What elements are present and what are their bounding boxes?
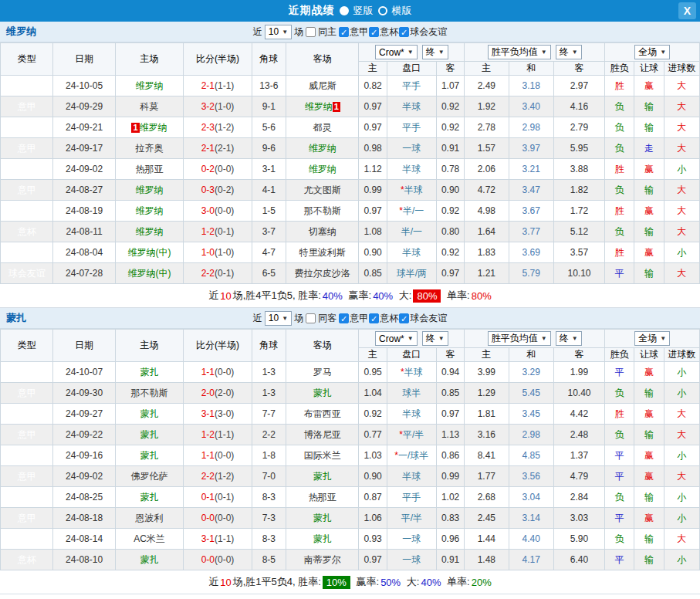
handicap-line: 半球: [404, 367, 423, 377]
team-label: 费拉尔皮沙洛: [295, 268, 350, 279]
league-checkbox[interactable]: ✓: [369, 313, 379, 323]
summary-near: 近: [208, 289, 218, 303]
handicap-line: 平手: [402, 80, 421, 91]
league-type-cell: 意甲: [1, 383, 53, 404]
avg-away-cell: 1.82: [553, 180, 604, 201]
full-score: 2-2: [201, 268, 215, 279]
full-score: 1-1: [201, 367, 215, 377]
corner-cell: 7-3: [252, 508, 286, 529]
full-score: 0-2: [201, 164, 215, 174]
league-filters: ✓意甲✓意杯✓球会友谊: [339, 312, 447, 325]
away-team-cell: 特里波利斯: [286, 242, 359, 263]
avg-draw-cell: 3.69: [509, 242, 553, 263]
league-type-cell: 球会友谊: [1, 529, 53, 550]
avg-away-cell: 3.88: [553, 159, 604, 180]
avg-draw-cell: 3.04: [509, 487, 553, 508]
date-cell: 24-08-19: [53, 201, 115, 222]
same-away-checkbox[interactable]: [306, 313, 316, 323]
away-team-cell: 南蒂罗尔: [286, 550, 359, 570]
full-score: 0-1: [201, 492, 215, 503]
handicap-away-odds-cell: 0.91: [437, 550, 465, 570]
odds-time-select[interactable]: 终▼: [422, 331, 448, 346]
chevron-down-icon: ▼: [438, 49, 445, 56]
wdl-result-cell: 平: [605, 508, 634, 529]
red-card-badge: 1: [131, 123, 139, 133]
same-home-checkbox[interactable]: [306, 27, 316, 37]
avg-time-select[interactable]: 终▼: [556, 45, 582, 59]
league-checkbox[interactable]: ✓: [339, 27, 349, 37]
score-cell: 3-2(1-0): [184, 96, 252, 117]
avg-draw-cell: 5.79: [509, 263, 553, 284]
avg-home-cell: 1.44: [465, 529, 509, 550]
home-team-cell: 佛罗伦萨: [115, 466, 183, 487]
vertical-layout-radio[interactable]: [340, 6, 349, 15]
handicap-away-odds-cell: 1.07: [437, 76, 465, 96]
handicap-home-odds-cell: 0.99: [359, 180, 387, 201]
wdl-result-cell: 胜: [605, 76, 634, 96]
wdl-result-cell: 胜: [605, 404, 634, 425]
league-checkbox[interactable]: ✓: [369, 27, 379, 37]
goals-result-cell: 小: [664, 362, 699, 383]
horizontal-layout-radio[interactable]: [378, 6, 387, 15]
team-label: 维罗纳: [140, 122, 167, 133]
sub-h: 主: [465, 348, 509, 362]
summary-big-label: 大:: [399, 289, 412, 303]
odds-company-select[interactable]: Crow*▼: [375, 45, 418, 59]
handicap-line-cell: *平/半: [387, 425, 436, 445]
avg-away-cell: 1.72: [553, 201, 604, 222]
date-cell: 24-08-25: [53, 487, 115, 508]
away-team-cell: 罗马: [286, 362, 359, 383]
chevron-down-icon: ▼: [407, 49, 414, 56]
handicap-line: 平/半: [401, 513, 422, 523]
scope-select[interactable]: 全场▼: [634, 45, 670, 59]
league-checkbox[interactable]: ✓: [399, 313, 409, 323]
league-type-cell: 意甲: [1, 425, 53, 445]
away-team-cell: 蒙扎: [286, 383, 359, 404]
league-label: 球会友谊: [410, 25, 447, 39]
handicap-line-cell: 半球: [387, 404, 436, 425]
league-checkbox[interactable]: ✓: [339, 313, 349, 323]
matches-count-select[interactable]: 10▼: [265, 311, 292, 326]
score-cell: 2-1(1-1): [184, 76, 252, 96]
goals-result-cell: 大: [664, 263, 699, 284]
half-score: (3-0): [215, 408, 234, 419]
team-label: 维罗纳(中): [128, 268, 171, 279]
handicap-line: 半球: [404, 184, 423, 195]
away-team-cell: 蒙扎: [286, 508, 359, 529]
team-label: 都灵: [313, 122, 332, 133]
team-label: 热那亚: [136, 164, 164, 174]
team-label: 布雷西亚: [304, 408, 341, 419]
chevron-down-icon: ▼: [541, 49, 547, 56]
odds-company-select[interactable]: Crow*▼: [375, 331, 418, 346]
summary-big-label: 大:: [407, 575, 420, 589]
odds-time-select[interactable]: 终▼: [422, 45, 448, 59]
avg-select[interactable]: 胜平负均值▼: [488, 331, 551, 346]
close-icon[interactable]: X: [678, 2, 696, 19]
league-type-cell: 球会友谊: [1, 263, 53, 284]
col-type: 类型: [1, 330, 53, 362]
away-team-cell: 切塞纳: [286, 222, 359, 242]
team-label: 维罗纳: [136, 80, 164, 91]
half-score: (0-0): [215, 554, 234, 565]
half-score: (2-1): [215, 143, 234, 154]
date-cell: 24-08-27: [53, 180, 115, 201]
goals-result-cell: 大: [664, 404, 699, 425]
handicap-away-odds-cell: 1.02: [437, 487, 465, 508]
goals-result-cell: 大: [664, 466, 699, 487]
goals-result-cell: 小: [664, 487, 699, 508]
sub-away: 客: [437, 348, 465, 362]
league-checkbox[interactable]: ✓: [399, 27, 409, 37]
avg-time-select[interactable]: 终▼: [556, 331, 582, 346]
matches-count-select[interactable]: 10▼: [265, 25, 292, 39]
summary-stats: 场,胜1平5负4, 胜率:: [233, 575, 321, 589]
avg-select[interactable]: 胜平负均值▼: [488, 45, 551, 59]
match-row: 意甲24-09-29科莫3-2(1-0)9-1维罗纳10.97半球0.921.9…: [1, 96, 700, 117]
avg-home-cell: 1.29: [465, 383, 509, 404]
handicap-result-cell: 赢: [634, 445, 664, 466]
score-cell: 2-3(1-2): [184, 117, 252, 138]
avg-away-cell: 5.12: [553, 222, 604, 242]
avg-away-cell: 10.40: [553, 383, 604, 404]
scope-select[interactable]: 全场▼: [634, 331, 670, 346]
away-team-cell: 国际米兰: [286, 445, 359, 466]
score-cell: 0-3(0-2): [184, 180, 252, 201]
